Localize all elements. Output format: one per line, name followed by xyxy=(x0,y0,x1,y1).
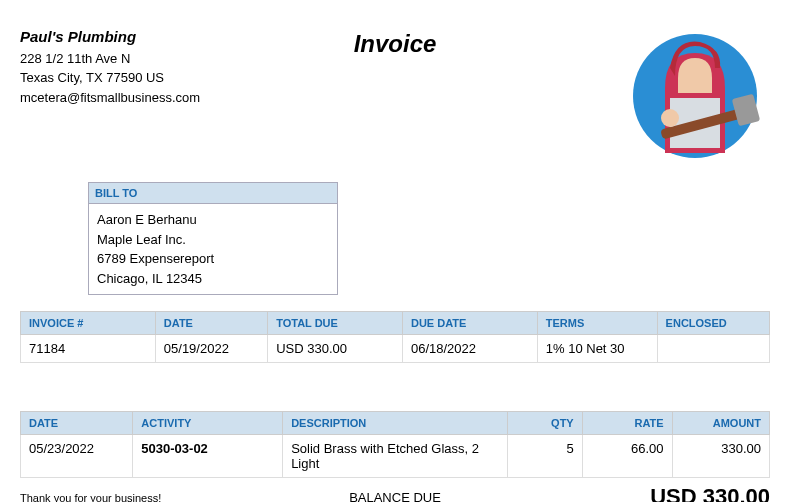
company-email: mcetera@fitsmallbusiness.com xyxy=(20,88,200,108)
col-due-date: DUE DATE xyxy=(402,312,537,335)
col-invoice-no: INVOICE # xyxy=(21,312,156,335)
bill-to-name: Aaron E Berhanu xyxy=(97,210,329,230)
bill-to-header: BILL TO xyxy=(89,183,338,204)
document-title: Invoice xyxy=(354,30,437,58)
bill-to-org: Maple Leaf Inc. xyxy=(97,230,329,250)
invoice-meta-table: INVOICE # DATE TOTAL DUE DUE DATE TERMS … xyxy=(20,311,770,363)
col-date: DATE xyxy=(155,312,267,335)
bill-to-addr1: 6789 Expensereport xyxy=(97,249,329,269)
company-block: Paul's Plumbing 228 1/2 11th Ave N Texas… xyxy=(20,26,200,107)
col-item-date: DATE xyxy=(21,412,133,435)
col-item-activity: ACTIVITY xyxy=(133,412,283,435)
meta-enclosed xyxy=(657,335,769,363)
col-item-amount: AMOUNT xyxy=(672,412,769,435)
meta-invoice-no: 71184 xyxy=(21,335,156,363)
plumber-logo-icon xyxy=(620,18,770,171)
thanks-message: Thank you for your business! xyxy=(20,492,161,502)
meta-due-date: 06/18/2022 xyxy=(402,335,537,363)
meta-date: 05/19/2022 xyxy=(155,335,267,363)
company-addr2: Texas City, TX 77590 US xyxy=(20,68,200,88)
company-name: Paul's Plumbing xyxy=(20,26,200,49)
bill-to-body: Aaron E Berhanu Maple Leaf Inc. 6789 Exp… xyxy=(89,204,338,295)
bill-to-addr2: Chicago, IL 12345 xyxy=(97,269,329,289)
item-date: 05/23/2022 xyxy=(21,435,133,478)
balance-due-value: USD 330.00 xyxy=(650,484,770,502)
bill-to-table: BILL TO Aaron E Berhanu Maple Leaf Inc. … xyxy=(88,182,338,295)
invoice-header: Paul's Plumbing 228 1/2 11th Ave N Texas… xyxy=(20,18,770,178)
item-description: Solid Brass with Etched Glass, 2 Light xyxy=(283,435,508,478)
col-item-qty: QTY xyxy=(507,412,582,435)
company-addr1: 228 1/2 11th Ave N xyxy=(20,49,200,69)
col-item-description: DESCRIPTION xyxy=(283,412,508,435)
balance-due-label: BALANCE DUE xyxy=(349,490,441,502)
item-rate: 66.00 xyxy=(582,435,672,478)
meta-row: 71184 05/19/2022 USD 330.00 06/18/2022 1… xyxy=(21,335,770,363)
bill-to-section: BILL TO Aaron E Berhanu Maple Leaf Inc. … xyxy=(88,182,770,295)
item-amount: 330.00 xyxy=(672,435,769,478)
col-item-rate: RATE xyxy=(582,412,672,435)
line-items-table: DATE ACTIVITY DESCRIPTION QTY RATE AMOUN… xyxy=(20,411,770,478)
table-row: 05/23/2022 5030-03-02 Solid Brass with E… xyxy=(21,435,770,478)
svg-point-4 xyxy=(661,109,679,127)
item-activity: 5030-03-02 xyxy=(133,435,283,478)
meta-terms: 1% 10 Net 30 xyxy=(537,335,657,363)
meta-total-due: USD 330.00 xyxy=(268,335,403,363)
invoice-footer: Thank you for your business! BALANCE DUE… xyxy=(20,488,770,502)
item-qty: 5 xyxy=(507,435,582,478)
col-terms: TERMS xyxy=(537,312,657,335)
col-total-due: TOTAL DUE xyxy=(268,312,403,335)
col-enclosed: ENCLOSED xyxy=(657,312,769,335)
